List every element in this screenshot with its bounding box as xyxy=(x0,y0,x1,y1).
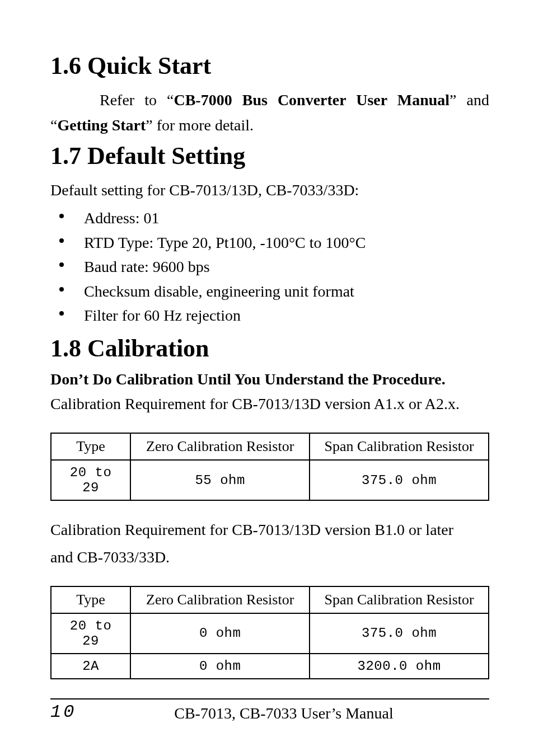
cell-span: 375.0 ohm xyxy=(310,613,489,654)
cell-span: 375.0 ohm xyxy=(310,460,489,500)
cell-span: 3200.0 ohm xyxy=(310,654,489,679)
cell-type: 2A xyxy=(51,654,130,679)
table1-wrap: Type Zero Calibration Resistor Span Cali… xyxy=(50,433,489,501)
table-row: 20 to 29 55 ohm 375.0 ohm xyxy=(51,460,489,500)
heading-quick-start: 1.6 Quick Start xyxy=(50,50,489,81)
th-zero: Zero Calibration Resistor xyxy=(130,586,310,613)
list-item: Address: 01 xyxy=(50,206,489,230)
list-item-label: RTD Type: Type 20, Pt100, -100°C to 100°… xyxy=(84,234,366,251)
footer-title: CB-7013, CB-7033 User’s Manual xyxy=(78,705,489,722)
list-item: Baud rate: 9600 bps xyxy=(50,255,489,279)
list-item-label: Address: 01 xyxy=(84,209,160,227)
table-row: 2A 0 ohm 3200.0 ohm xyxy=(51,654,489,679)
list-item-label: Baud rate: 9600 bps xyxy=(84,258,210,275)
cell-zero: 55 ohm xyxy=(130,460,310,500)
calibration-req2-line1: Calibration Requirement for CB-7013/13D … xyxy=(50,518,489,543)
default-settings-list: Address: 01 RTD Type: Type 20, Pt100, -1… xyxy=(50,206,489,327)
table2-wrap: Type Zero Calibration Resistor Span Cali… xyxy=(50,586,489,679)
qs-text-prefix: Refer to “ xyxy=(100,91,174,109)
calibration-table-2: Type Zero Calibration Resistor Span Cali… xyxy=(50,586,489,679)
list-item-label: Checksum disable, engineering unit forma… xyxy=(84,283,354,300)
quick-start-paragraph: Refer to “CB-7000 Bus Converter User Man… xyxy=(50,88,489,138)
default-setting-intro: Default setting for CB-7013/13D, CB-7033… xyxy=(50,178,489,203)
th-span: Span Calibration Resistor xyxy=(310,586,489,613)
table-header-row: Type Zero Calibration Resistor Span Cali… xyxy=(51,433,489,460)
th-type: Type xyxy=(51,433,130,460)
table-row: 20 to 29 0 ohm 375.0 ohm xyxy=(51,613,489,654)
heading-calibration: 1.8 Calibration xyxy=(50,333,489,364)
cell-zero: 0 ohm xyxy=(130,613,310,654)
th-zero: Zero Calibration Resistor xyxy=(130,433,310,460)
qs-bold-manual: CB-7000 Bus Converter User Manual xyxy=(174,91,449,109)
calibration-req2-line2: and CB-7033/33D. xyxy=(50,545,489,570)
calibration-warning: Don’t Do Calibration Until You Understan… xyxy=(50,370,489,388)
list-item: Filter for 60 Hz rejection xyxy=(50,303,489,327)
heading-default-setting: 1.7 Default Setting xyxy=(50,140,489,171)
page-container: 1.6 Quick Start Refer to “CB-7000 Bus Co… xyxy=(0,0,534,756)
page-footer: 10 CB-7013, CB-7033 User’s Manual xyxy=(50,698,489,722)
th-type: Type xyxy=(51,586,130,613)
th-span: Span Calibration Resistor xyxy=(310,433,489,460)
list-item: RTD Type: Type 20, Pt100, -100°C to 100°… xyxy=(50,231,489,255)
table-header-row: Type Zero Calibration Resistor Span Cali… xyxy=(51,586,489,613)
list-item: Checksum disable, engineering unit forma… xyxy=(50,279,489,303)
qs-bold-getting-start: Getting Start xyxy=(57,116,146,134)
calibration-req1: Calibration Requirement for CB-7013/13D … xyxy=(50,392,489,417)
footer-row: 10 CB-7013, CB-7033 User’s Manual xyxy=(50,702,489,722)
cell-type: 20 to 29 xyxy=(51,613,130,654)
footer-rule xyxy=(50,698,489,699)
cell-type: 20 to 29 xyxy=(51,460,130,500)
calibration-table-1: Type Zero Calibration Resistor Span Cali… xyxy=(50,433,489,501)
qs-text-suffix: ” for more detail. xyxy=(146,116,254,134)
cell-zero: 0 ohm xyxy=(130,654,310,679)
list-item-label: Filter for 60 Hz rejection xyxy=(84,307,241,324)
